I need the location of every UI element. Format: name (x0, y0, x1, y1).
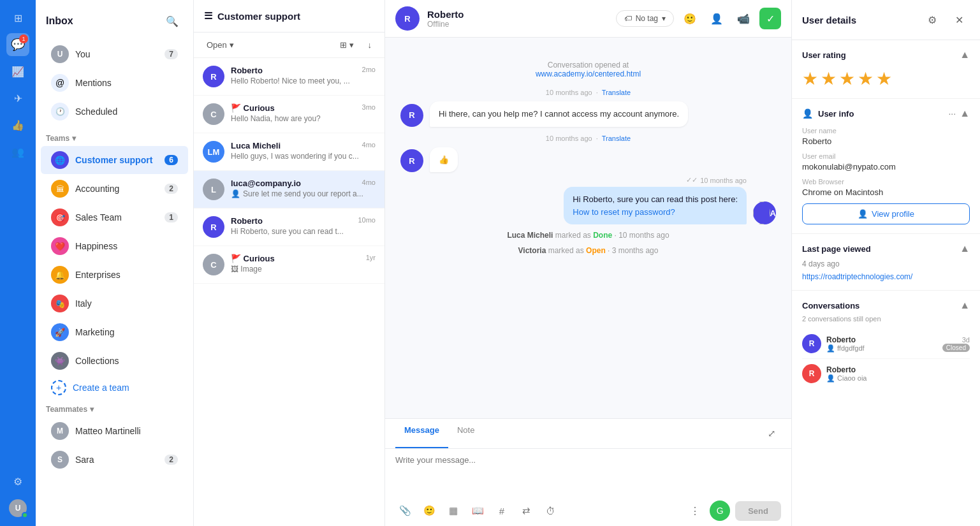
nav-icon-settings[interactable]: ⚙ (6, 470, 29, 493)
nav-icon-thumbs[interactable]: 👍 (6, 113, 29, 136)
chat-messages: Conversation opened at www.academy.io/ce… (385, 38, 791, 418)
conversation-item[interactable]: C 🚩 Curious 3mo Hello Nadia, how are you… (194, 96, 384, 133)
sidebar-item-mentions[interactable]: @ Mentions (41, 69, 188, 97)
conversation-item[interactable]: R Roberto 10mo Hi Roberto, sure you can … (194, 208, 384, 246)
sidebar-item-team[interactable]: 🎯 Sales Team 1 (41, 203, 188, 231)
emoji-button[interactable]: 🙂 (679, 8, 701, 29)
sidebar-item-team[interactable]: ❤️ Happiness (41, 232, 188, 260)
ai-assist-button[interactable]: G (710, 500, 730, 521)
sidebar-item-team[interactable]: 🚀 Marketing (41, 318, 188, 346)
timer-button[interactable]: ⏱ (541, 501, 560, 520)
emoji-compose-button[interactable]: 🙂 (420, 501, 439, 520)
conversations-subtitle: 2 conversations still open (802, 315, 970, 323)
panel-title: Customer support (217, 11, 300, 22)
chat-header-name: Roberto (427, 9, 608, 20)
translate-link-1[interactable]: Translate (602, 89, 631, 96)
conv-avatar: C (203, 103, 224, 125)
message-input[interactable] (395, 455, 781, 487)
last-page-title: Last page viewed (802, 244, 871, 254)
teammates-section-label[interactable]: Teammates ▾ (36, 400, 193, 416)
sidebar-item-scheduled[interactable]: 🕐 Scheduled (41, 98, 188, 126)
conversation-item[interactable]: LM Luca Micheli 4mo Hello guys, I was wo… (194, 133, 384, 171)
sidebar-item-you[interactable]: U You 7 (41, 40, 188, 68)
msg-avatar-2: R (400, 149, 423, 172)
conv-name: 🚩 Curious (231, 103, 275, 113)
sort-chevron-icon: ▾ (349, 40, 354, 50)
nav-icon-people[interactable]: 👥 (6, 140, 29, 163)
conv-name: 🚩 Curious (231, 254, 275, 263)
translate-link-2[interactable]: Translate (602, 135, 631, 142)
teams-section-label[interactable]: Teams ▾ (36, 129, 193, 145)
create-team-button[interactable]: + Create a team (41, 376, 188, 399)
sidebar-item-teammate[interactable]: S Sara 2 (41, 446, 188, 474)
chat-header: R Roberto Offline 🏷 No tag ▾ 🙂 👤 📹 ✓ (385, 0, 791, 38)
username-value: Roberto (802, 136, 970, 146)
note-tab[interactable]: Note (448, 419, 483, 448)
user-details-settings-button[interactable]: ⚙ (921, 9, 943, 31)
sort-button[interactable]: ⊞ ▾ (335, 38, 359, 52)
star-icon: ★ (858, 68, 874, 89)
status-event-1: Luca Micheli marked as Done · 10 months … (400, 231, 776, 240)
search-button[interactable]: 🔍 (161, 10, 183, 32)
create-team-label: Create a team (73, 383, 129, 393)
conversation-item[interactable]: L luca@company.io 4mo 👤 Sure let me send… (194, 171, 384, 208)
team-label: Collections (75, 356, 178, 366)
user-button[interactable]: 👤 (706, 8, 728, 29)
sidebar-item-teammate[interactable]: M Matteo Martinelli (41, 417, 188, 445)
sidebar-title: Inbox (46, 15, 73, 27)
expand-compose-btn[interactable]: ⤢ (762, 424, 781, 443)
conversations-header: Conversations ▲ (802, 300, 970, 311)
webbrowser-value: Chrome on Macintosh (802, 187, 970, 197)
conversations-mini-list: R Roberto 👤 ffdgdfgdf 3d Closed R Robert… (802, 329, 970, 388)
view-profile-button[interactable]: 👤 View profile (802, 203, 970, 224)
conversation-mini-item[interactable]: R Roberto 👤 ffdgdfgdf 3d Closed (802, 329, 970, 359)
conversations-collapse-btn[interactable]: ▲ (960, 300, 970, 311)
reset-password-link[interactable]: How to reset my password? (573, 207, 675, 217)
user-avatar-icon[interactable]: U (6, 497, 29, 520)
conversation-mini-item[interactable]: R Roberto 👤 Ciaoo oia (802, 359, 970, 388)
msg-bubble-1: Hi there, can you help me? I cannot acce… (430, 101, 688, 127)
nav-icon-grid[interactable]: ⊞ (6, 6, 29, 29)
sidebar-item-team[interactable]: 👾 Collections (41, 347, 188, 375)
last-page-url[interactable]: https://roadtriptechnologies.com/ (802, 272, 912, 281)
user-details-close-button[interactable]: ✕ (948, 9, 970, 31)
msg-avatar-1: R (400, 104, 423, 127)
user-info-collapse-btn[interactable]: ▲ (960, 108, 970, 119)
agent-photo (753, 201, 770, 224)
conv-mini-time: 3d (942, 336, 970, 344)
chat-compose: Message Note ⤢ 📎 🙂 ▦ 📖 # ⇄ ⏱ ⋮ G Send (385, 418, 791, 526)
conv-avatar: C (203, 254, 224, 275)
last-page-collapse-btn[interactable]: ▲ (960, 243, 970, 254)
sidebar-item-team[interactable]: 🎭 Italy (41, 289, 188, 318)
sidebar-item-team[interactable]: 🏛 Accounting 2 (41, 175, 188, 203)
status-filter-button[interactable]: Open ▾ (201, 38, 239, 52)
send-area: ⋮ G Send (685, 500, 781, 521)
sidebar-item-team[interactable]: 🔔 Enterprises (41, 261, 188, 289)
nav-icon-send[interactable]: ✈ (6, 87, 29, 110)
more-options-button[interactable]: ⋮ (685, 501, 705, 520)
order-button[interactable]: ↓ (363, 38, 377, 52)
attach-button[interactable]: 📎 (395, 501, 414, 520)
chat-header-status: Offline (427, 20, 608, 29)
conv-preview: 👤 Sure let me send you our report a... (231, 189, 376, 198)
nav-icon-inbox[interactable]: 💬 1 (6, 33, 29, 56)
nav-icon-chart[interactable]: 📈 (6, 60, 29, 83)
user-rating-collapse-btn[interactable]: ▲ (960, 49, 970, 61)
user-info-more-button[interactable]: ··· (948, 108, 956, 119)
tag-button[interactable]: 🏷 No tag ▾ (616, 10, 674, 27)
translate-button[interactable]: ⇄ (516, 501, 536, 520)
conv-panel-header: ☰ Customer support (194, 0, 384, 33)
sidebar-item-team[interactable]: 🌐 Customer support 6 (41, 146, 188, 174)
gif-button[interactable]: ▦ (444, 501, 463, 520)
video-button[interactable]: 📹 (733, 8, 754, 29)
article-button[interactable]: 📖 (468, 501, 487, 520)
message-tab[interactable]: Message (395, 419, 448, 448)
useremail-field: User email mokonulabi@nypato.com (802, 152, 970, 172)
msg-row-2: R 👍 (400, 147, 776, 173)
hashtag-button[interactable]: # (492, 501, 511, 520)
resolve-button[interactable]: ✓ (759, 8, 781, 29)
conversation-item[interactable]: C 🚩 Curious 1yr 🖼 Image (194, 246, 384, 284)
conversation-item[interactable]: R Roberto 2mo Hello Roberto! Nice to mee… (194, 58, 384, 96)
send-button[interactable]: Send (735, 501, 781, 521)
system-msg-link[interactable]: www.academy.io/centered.html (536, 69, 641, 78)
